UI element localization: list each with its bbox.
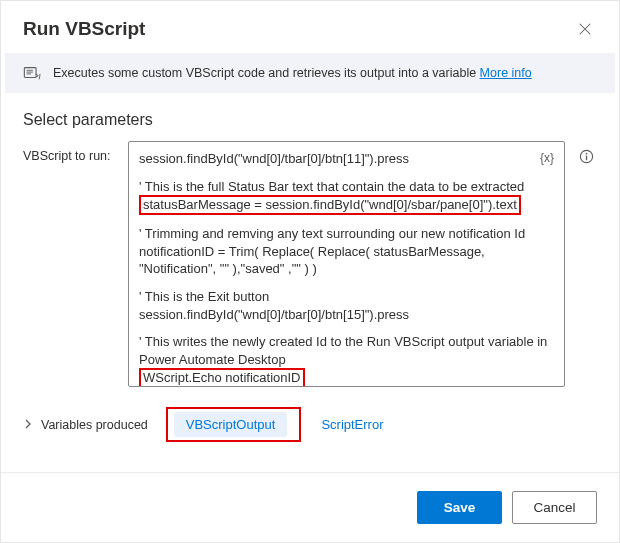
more-info-link[interactable]: More info [480, 66, 532, 80]
variables-produced-label: Variables produced [41, 418, 148, 432]
svg-rect-3 [585, 156, 586, 161]
variables-produced-row: Variables produced VBScriptOutput Script… [1, 387, 619, 442]
highlight-echo-line: WScript.Echo notificationID [139, 368, 305, 387]
cancel-button[interactable]: Cancel [512, 491, 597, 524]
dialog-run-vbscript: Run VBScript Executes some custom VBScri… [0, 0, 620, 543]
expand-variables-toggle[interactable] [23, 418, 33, 432]
code-line: ' Trimming and remving any text surround… [139, 225, 554, 243]
dialog-footer: Save Cancel [1, 472, 619, 542]
variable-token-button[interactable]: {x} [540, 150, 554, 166]
close-icon [578, 22, 592, 36]
param-label: VBScript to run: [23, 141, 118, 163]
variable-pill-scripterror[interactable]: ScriptError [309, 412, 395, 437]
code-line: ' This is the full Status Bar text that … [139, 178, 554, 196]
code-line: ' This is the Exit button [139, 288, 554, 306]
code-area-wrap: {x} session.findById("wnd[0]/tbar[0]/btn… [128, 141, 565, 387]
section-title: Select parameters [1, 93, 619, 141]
info-icon [579, 149, 594, 164]
chevron-right-icon [23, 419, 33, 429]
highlight-statusbar-line: statusBarMessage = session.findById("wnd… [139, 195, 521, 215]
code-line: session.findById("wnd[0]/tbar[0]/btn[15]… [139, 306, 554, 324]
info-bar: Executes some custom VBScript code and r… [5, 53, 615, 93]
param-row: VBScript to run: {x} session.findById("w… [1, 141, 619, 387]
svg-rect-0 [24, 68, 36, 78]
script-icon [23, 64, 41, 82]
vbscript-input[interactable]: {x} session.findById("wnd[0]/tbar[0]/btn… [128, 141, 565, 387]
dialog-title: Run VBScript [23, 18, 145, 40]
code-line: notificationID = Trim( Replace( Replace(… [139, 243, 554, 278]
field-info-button[interactable] [575, 141, 597, 164]
variable-pill-output[interactable]: VBScriptOutput [174, 412, 288, 437]
dialog-header: Run VBScript [1, 1, 619, 53]
code-line: session.findById("wnd[0]/tbar[0]/btn[11]… [139, 150, 554, 168]
close-button[interactable] [573, 17, 597, 41]
save-button[interactable]: Save [417, 491, 502, 524]
svg-point-2 [585, 153, 587, 155]
code-line: ' This writes the newly created Id to th… [139, 333, 554, 368]
info-text: Executes some custom VBScript code and r… [53, 66, 532, 80]
highlight-output-variable: VBScriptOutput [166, 407, 302, 442]
